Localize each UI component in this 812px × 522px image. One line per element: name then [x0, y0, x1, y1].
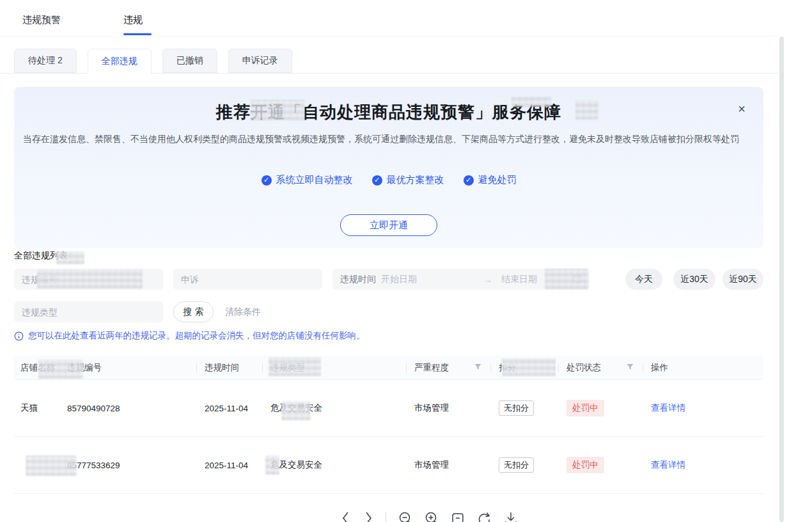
- viewer-toolbar: [341, 511, 517, 522]
- feature-label: 系统立即自动整改: [276, 174, 353, 186]
- censor-patch: [37, 269, 143, 289]
- banner-features: ✓ 系统立即自动整改 ✓ 最优方案整改 ✓ 避免处罚: [14, 174, 763, 186]
- rotate-icon[interactable]: [477, 511, 492, 522]
- scrollbar[interactable]: [779, 36, 784, 522]
- column-header-status: 处罚状态: [558, 356, 643, 379]
- cell-number: 85790490728: [61, 404, 196, 413]
- notice: 您可以在此处查看近两年的违规记录。超期的记录会消失，但对您的店铺没有任何影响。: [14, 330, 365, 342]
- column-header-time: 违规时间: [196, 356, 262, 379]
- download-icon[interactable]: [504, 511, 517, 522]
- next-icon[interactable]: [363, 511, 373, 522]
- cell-severity: 市场管理: [406, 402, 490, 414]
- info-icon: [14, 331, 24, 341]
- nav-item-violation-warning[interactable]: 违规预警: [22, 14, 61, 26]
- tab-pending[interactable]: 待处理 2: [14, 49, 77, 73]
- cell-status: 处罚中: [558, 400, 643, 416]
- censor-patch: [575, 100, 598, 120]
- prev-icon[interactable]: [341, 511, 351, 522]
- censor-patch: [56, 251, 84, 264]
- date-end-placeholder[interactable]: 结束日期: [501, 274, 537, 285]
- cell-severity: 市场管理: [406, 459, 490, 471]
- date-start-placeholder[interactable]: 开始日期: [381, 274, 417, 285]
- points-tag: 无扣分: [499, 457, 534, 473]
- tab-bar: 待处理 2 全部违规 已撤销 申诉记录: [14, 49, 292, 74]
- violations-table: 店铺名称 违规编号 违规时间 违规类型 严重程度 扣分 处罚状态 操作 天猫 8…: [14, 356, 763, 494]
- quick-range-90days[interactable]: 近90天: [722, 269, 763, 290]
- censor-patch: [26, 455, 77, 476]
- cell-status: 处罚中: [558, 457, 643, 473]
- table-row: 85777533629 2025-11-04 危及交易安全 市场管理 无扣分 处…: [14, 437, 763, 494]
- nav-active-underline: [123, 33, 152, 35]
- zoom-out-icon[interactable]: [398, 511, 412, 522]
- promo-banner: 推荐开通「自动处理商品违规预警」服务保障 × 当存在滥发信息、禁限售、不当使用他…: [14, 87, 763, 248]
- cell-time: 2025-11-04: [196, 404, 262, 413]
- cell-shop: 天猫: [14, 402, 61, 414]
- status-badge: 处罚中: [566, 400, 604, 416]
- arrow-right-icon: →: [483, 274, 492, 285]
- date-range-label: 违规时间: [340, 274, 376, 285]
- clear-filters-link[interactable]: 清除条件: [225, 306, 261, 318]
- cell-type: 危及交易安全: [262, 459, 406, 471]
- notice-text: 您可以在此处查看近两年的违规记录。超期的记录会消失，但对您的店铺没有任何影响。: [28, 330, 365, 342]
- status-badge: 处罚中: [566, 457, 604, 473]
- table-row: 天猫 85790490728 2025-11-04 危及交易安全 市场管理 无扣…: [14, 380, 763, 437]
- tab-revoked[interactable]: 已撤销: [162, 49, 217, 73]
- actual-size-icon[interactable]: [451, 511, 465, 522]
- filter-funnel-icon[interactable]: [474, 363, 481, 372]
- table-header: 店铺名称 违规编号 违规时间 违规类型 严重程度 扣分 处罚状态 操作: [14, 356, 763, 380]
- view-details-link[interactable]: 查看详情: [651, 402, 685, 414]
- close-icon[interactable]: ×: [738, 102, 746, 115]
- search-button[interactable]: 搜 索: [173, 301, 214, 322]
- banner-description: 当存在滥发信息、禁限售、不当使用他人权利类型的商品违规预警或视频违规预警，系统可…: [23, 132, 756, 146]
- cell-number: 85777533629: [61, 461, 196, 470]
- feature-item: ✓ 避免处罚: [464, 174, 517, 186]
- tab-appeal-records[interactable]: 申诉记录: [228, 49, 292, 73]
- cell-action: 查看详情: [643, 459, 763, 471]
- quick-range-30days[interactable]: 近30天: [673, 269, 715, 290]
- activate-button[interactable]: 立即开通: [340, 214, 437, 236]
- feature-item: ✓ 系统立即自动整改: [262, 174, 353, 186]
- quick-range-today[interactable]: 今天: [625, 269, 662, 290]
- top-nav: 违规预警 违规: [0, 0, 779, 36]
- cell-points: 无扣分: [490, 457, 558, 473]
- check-icon: ✓: [464, 175, 474, 186]
- check-icon: ✓: [262, 175, 272, 186]
- view-details-link[interactable]: 查看详情: [651, 459, 685, 471]
- censor-patch: [502, 358, 556, 376]
- toolbar-divider: [386, 512, 386, 522]
- censor-patch: [511, 97, 551, 107]
- points-tag: 无扣分: [499, 400, 534, 416]
- censor-patch: [281, 401, 311, 420]
- cell-time: 2025-11-04: [196, 461, 262, 470]
- feature-label: 最优方案整改: [387, 174, 444, 186]
- filter-funnel-icon[interactable]: [627, 363, 634, 372]
- nav-divider: [0, 36, 779, 36]
- column-header-action: 操作: [643, 356, 763, 379]
- censor-patch: [545, 269, 588, 289]
- zoom-in-icon[interactable]: [425, 511, 439, 522]
- nav-item-violation[interactable]: 违规: [123, 14, 143, 26]
- cell-action: 查看详情: [643, 402, 763, 414]
- censor-patch: [38, 360, 83, 379]
- check-icon: ✓: [372, 175, 382, 186]
- column-header-severity: 严重程度: [406, 356, 490, 379]
- censor-patch: [265, 455, 279, 475]
- tab-all-violations[interactable]: 全部违规: [88, 49, 152, 74]
- violation-type-input[interactable]: [14, 301, 163, 322]
- cell-points: 无扣分: [490, 400, 558, 416]
- feature-item: ✓ 最优方案整改: [372, 174, 444, 186]
- banner-title: 推荐开通「自动处理商品违规预警」服务保障: [14, 101, 763, 123]
- censor-patch: [251, 100, 304, 120]
- censor-patch: [269, 357, 321, 376]
- appeal-input[interactable]: [173, 269, 322, 290]
- feature-label: 避免处罚: [478, 174, 517, 186]
